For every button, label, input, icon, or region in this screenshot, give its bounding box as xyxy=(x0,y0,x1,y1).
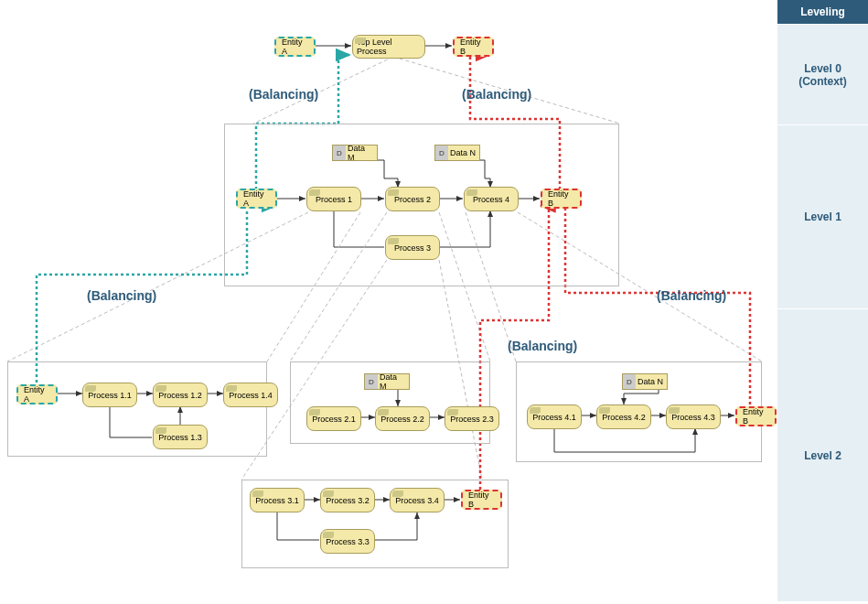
entity-b-l0: Entity B xyxy=(453,37,494,57)
process-2-2: Process 2.2 xyxy=(375,406,430,431)
process-2-1: Process 2.1 xyxy=(306,406,361,431)
process-2: Process 2 xyxy=(385,187,440,211)
process-label: Process 1.3 xyxy=(158,433,202,442)
sidebar-level-2: Level 2 xyxy=(777,308,868,601)
process-1-3: Process 1.3 xyxy=(153,425,208,449)
process-label: Process 3.4 xyxy=(395,496,439,505)
process-2-3: Process 2.3 xyxy=(445,406,499,431)
entity-b-l1: Entity B xyxy=(541,189,582,209)
sidebar-header: Leveling xyxy=(777,0,868,24)
process-label: Process 2.2 xyxy=(380,415,424,424)
entity-label: Entity B xyxy=(468,491,495,509)
balancing-label-2: (Balancing) xyxy=(462,87,531,102)
entity-a-l2: Entity A xyxy=(16,384,58,404)
entity-label: Entity B xyxy=(548,189,574,208)
datastore-label: Data N xyxy=(638,377,663,386)
data-m-l2: Data M xyxy=(364,373,410,390)
top-level-process: Top Level Process xyxy=(352,35,425,59)
entity-b-l2-g4: Entity B xyxy=(735,406,777,426)
datastore-label: Data N xyxy=(450,148,476,157)
process-label: Process 2.3 xyxy=(450,415,494,424)
entity-a-l1: Entity A xyxy=(236,189,277,209)
process-label: Process 4 xyxy=(473,195,509,204)
process-label: Process 1 xyxy=(316,195,352,204)
sidebar-level-label: Level 2 xyxy=(804,449,841,462)
datastore-label: Data M xyxy=(380,372,405,391)
data-n-l1: Data N xyxy=(434,145,480,161)
process-3: Process 3 xyxy=(385,235,440,260)
data-n-l2: Data N xyxy=(622,373,668,390)
entity-label: Entity B xyxy=(743,407,769,426)
process-1: Process 1 xyxy=(306,187,361,211)
process-1-2: Process 1.2 xyxy=(153,383,208,407)
process-3-4: Process 3.4 xyxy=(390,488,445,512)
sidebar-level-label: Level 1 xyxy=(804,210,841,223)
entity-b-l2-g3: Entity B xyxy=(461,490,502,510)
balancing-label-5: (Balancing) xyxy=(508,339,577,353)
process-label: Process 3.3 xyxy=(326,537,370,546)
entity-label: Entity A xyxy=(282,38,308,56)
process-label: Top Level Process xyxy=(357,38,421,56)
balancing-label-1: (Balancing) xyxy=(249,87,318,102)
level2-g1-container xyxy=(7,361,267,457)
entity-label: Entity A xyxy=(243,189,270,208)
sidebar-level-1: Level 1 xyxy=(777,124,868,308)
process-label: Process 3 xyxy=(394,243,431,253)
process-label: Process 1.1 xyxy=(88,391,132,400)
process-label: Process 2 xyxy=(394,195,431,204)
balancing-label-3: (Balancing) xyxy=(87,288,156,303)
process-4-1: Process 4.1 xyxy=(527,404,582,429)
process-label: Process 2.1 xyxy=(312,415,356,424)
process-4-3: Process 4.3 xyxy=(666,404,721,429)
process-label: Process 1.2 xyxy=(158,391,202,400)
process-3-2: Process 3.2 xyxy=(320,488,375,512)
process-label: Process 4.2 xyxy=(602,413,646,422)
process-label: Process 1.4 xyxy=(229,391,273,400)
process-3-1: Process 3.1 xyxy=(250,488,305,512)
process-label: Process 3.1 xyxy=(255,496,299,505)
entity-label: Entity B xyxy=(460,38,487,56)
sidebar-level-0: Level 0 (Context) xyxy=(777,24,868,124)
process-1-4: Process 1.4 xyxy=(223,383,278,407)
balancing-label-4: (Balancing) xyxy=(657,288,726,303)
sidebar: Leveling Level 0 (Context) Level 1 Level… xyxy=(777,0,868,604)
data-m-l1: Data M xyxy=(332,145,378,161)
process-4-2: Process 4.2 xyxy=(596,404,651,429)
process-4: Process 4 xyxy=(464,187,519,211)
datastore-label: Data M xyxy=(348,144,373,162)
process-3-3: Process 3.3 xyxy=(320,529,375,554)
sidebar-level-label: Level 0 (Context) xyxy=(798,62,847,88)
process-label: Process 3.2 xyxy=(326,496,370,505)
process-label: Process 4.1 xyxy=(532,413,576,422)
entity-a-l0: Entity A xyxy=(274,37,316,57)
process-1-1: Process 1.1 xyxy=(82,383,137,407)
process-label: Process 4.3 xyxy=(671,413,715,422)
entity-label: Entity A xyxy=(24,385,50,404)
